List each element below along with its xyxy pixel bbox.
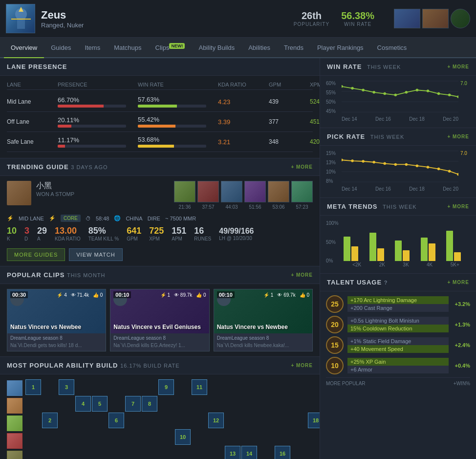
nav-item-matchups[interactable]: Matchups	[107, 38, 148, 58]
nav-item-abilities[interactable]: Abilities	[241, 38, 277, 58]
apm-label: APM	[172, 236, 186, 241]
clip-stats-2: ⚡ 1 👁 89.7k 👍 0	[160, 292, 206, 298]
talent-level-20: 20	[326, 316, 344, 333]
talent-row-20: 20 +0.5s Lightning Bolt Ministun 15% Coo…	[326, 316, 470, 333]
talent-list: 25 +170 Arc Lightning Damage +200 Cast R…	[320, 291, 476, 390]
svg-point-26	[362, 160, 365, 163]
trending-guide-section: TRENDING GUIDE 3 DAYS AGO + MORE 小黑 WON …	[0, 158, 320, 266]
view-match-button[interactable]: VIEW MATCH	[69, 248, 122, 261]
talent-row-10: 10 +25% XP Gain +6 Armor +0.4%	[326, 357, 470, 374]
winrate-stat: 56.38% WIN RATE	[341, 10, 374, 27]
build-cell-1-9	[175, 396, 191, 412]
clip-card-1[interactable]: 00:30 ⚡ 4 👁 71.4k 👍 0 Natus Vincere vs N…	[7, 289, 106, 351]
pick-rate-more[interactable]: + MORE	[447, 134, 469, 139]
svg-point-28	[383, 162, 386, 165]
clip-card-2[interactable]: 00:10 ⚡ 1 👁 89.7k 👍 0 Natus Vincere vs E…	[110, 289, 209, 351]
nav-item-cosmetics[interactable]: Cosmetics	[370, 38, 414, 58]
trending-guide-more[interactable]: + MORE	[291, 164, 313, 170]
talent-usage-title: TALENT USAGE ?	[327, 279, 388, 286]
winrate-pct-off: 55.42%	[138, 116, 216, 123]
wr-y-50: 50%	[326, 99, 340, 105]
build-cell-4-4	[92, 446, 108, 459]
guide-time-meta: 58:48	[96, 216, 109, 221]
talent-pct-15: +2.4%	[453, 342, 470, 348]
pick-rate-chart: 15% 13% 10% 8%	[320, 146, 476, 198]
clip-desc-1: Na`Vi.Dendi gets two kills! 18 d...	[7, 343, 106, 351]
ability-build-more[interactable]: + MORE	[291, 363, 313, 368]
more-guides-button[interactable]: MORE GUIDES	[7, 248, 65, 261]
pick-rate-y-axis: 15% 13% 10% 8%	[326, 150, 340, 184]
svg-point-31	[416, 165, 419, 168]
build-cell-4-5	[108, 446, 124, 459]
pr-y-8: 8%	[326, 178, 340, 184]
runes-val: 16	[194, 226, 204, 236]
clip-top-1: 00:30 ⚡ 4 👁 71.4k 👍 0	[10, 291, 103, 298]
nav-item-clips[interactable]: ClipsNEW!	[149, 38, 192, 58]
clip-views-1: 👁 71.4k	[71, 292, 89, 298]
build-cell-0-15	[275, 379, 290, 395]
meta-bar-group-1	[344, 237, 366, 261]
wr-x-dec16: Dec 16	[375, 116, 391, 122]
nav-item-ability-builds[interactable]: Ability Builds	[192, 38, 241, 58]
build-cell-0-4	[92, 379, 108, 395]
build-cell-2-7	[142, 413, 157, 428]
clip-desc-2: Na`Vi.Dendi kills EG.Arteezy! 1...	[110, 343, 209, 351]
svg-point-35	[457, 173, 458, 176]
clip-thumb-1: 00:30 ⚡ 4 👁 71.4k 👍 0 Natus Vincere vs N…	[7, 289, 106, 333]
guide-items-area: 21:36 37:57 44:03 51:56 53:06 57:23	[174, 181, 313, 210]
talent-usage-more[interactable]: + MORE	[447, 280, 469, 285]
hero-type: Ranged, Nuker	[41, 22, 294, 29]
left-panel: LANE PRESENCE Lane Presence Win Rate KDA…	[0, 58, 320, 459]
runes-stat: 16 RUNES	[194, 226, 211, 241]
talent-row-25: 25 +170 Arc Lightning Damage +200 Cast R…	[326, 295, 470, 313]
lane-table-header: Lane Presence Win Rate KDA Ratio GPM XPM	[7, 80, 313, 90]
meta-bar-yellow-2	[377, 248, 384, 261]
popularity-rank: 26th	[294, 10, 329, 22]
ability-build-layout: 1391145782612181013141615	[7, 379, 313, 459]
talent-line-15-bottom: +40 Movement Speed	[347, 345, 449, 353]
nav-item-items[interactable]: Items	[78, 38, 107, 58]
guide-time-3: 44:03	[221, 204, 242, 210]
pr-x-dec16: Dec 16	[375, 186, 391, 192]
build-cell-0-10: 11	[192, 379, 207, 395]
guide-time-4: 51:56	[244, 204, 266, 210]
nav-item-guides[interactable]: Guides	[44, 38, 78, 58]
hero-stats: 26th POPULARITY 56.38% WIN RATE	[294, 9, 470, 28]
clips-grid: 00:30 ⚡ 4 👁 71.4k 👍 0 Natus Vincere vs N…	[0, 284, 320, 356]
lane-name-off: Off Lane	[7, 118, 56, 125]
talent-line-25-top: +170 Arc Lightning Damage	[347, 296, 449, 304]
winrate-value: 56.38%	[341, 10, 374, 22]
clip-duration-3: 00:10	[217, 291, 235, 298]
build-cell-3-11	[208, 429, 224, 445]
build-cell-0-12	[225, 379, 240, 395]
nav-item-player-rankings[interactable]: Player Rankings	[310, 38, 370, 58]
nav-item-overview[interactable]: Overview	[4, 38, 44, 58]
meta-bar-group-4	[421, 238, 443, 261]
nav-item-trends[interactable]: Trends	[277, 38, 310, 58]
win-rate-more[interactable]: + MORE	[447, 64, 469, 69]
gpm-safe: 348	[269, 138, 308, 145]
svg-point-32	[427, 166, 430, 169]
clip-card-3[interactable]: 00:10 ⚡ 1 👁 69.7k 👍 0 Natus Vincere vs N…	[214, 289, 313, 351]
talent-pct-20: +1.3%	[453, 322, 470, 328]
lane-row-mid: Mid Lane 66.70% 57.63% 4.23 439 524	[7, 92, 313, 112]
talent-line-20-top: +0.5s Lightning Bolt Ministun	[347, 317, 449, 325]
nav-bar: Overview Guides Items Matchups ClipsNEW!…	[0, 38, 476, 58]
talent-footer-left: MORE POPULAR	[326, 381, 366, 386]
gpm-stat: 641 GPM	[127, 226, 141, 241]
clip-title-3: Natus Vincere vs Newbee	[217, 323, 309, 331]
build-cell-4-1	[42, 446, 58, 459]
pr-x-dec14: Dec 14	[342, 186, 357, 192]
kda-ratio-val: 13.00	[55, 226, 77, 236]
clips-more-btn[interactable]: + MORE	[291, 272, 313, 278]
clip-desc-3: Na`Vi.Dendi kills Newbee.kaka!...	[214, 343, 312, 351]
team-kill-val: 85%	[88, 226, 106, 236]
winrate-pct-safe: 53.68%	[138, 136, 216, 143]
build-cell-3-4	[92, 429, 108, 445]
apm-stat: 151 APM	[172, 226, 186, 241]
skill-icon-r	[7, 433, 22, 449]
build-cell-0-1	[42, 379, 58, 395]
meta-trends-more[interactable]: + MORE	[447, 204, 469, 209]
build-cell-1-10	[192, 396, 207, 412]
talent-footer: MORE POPULAR +WIN%	[326, 377, 470, 386]
